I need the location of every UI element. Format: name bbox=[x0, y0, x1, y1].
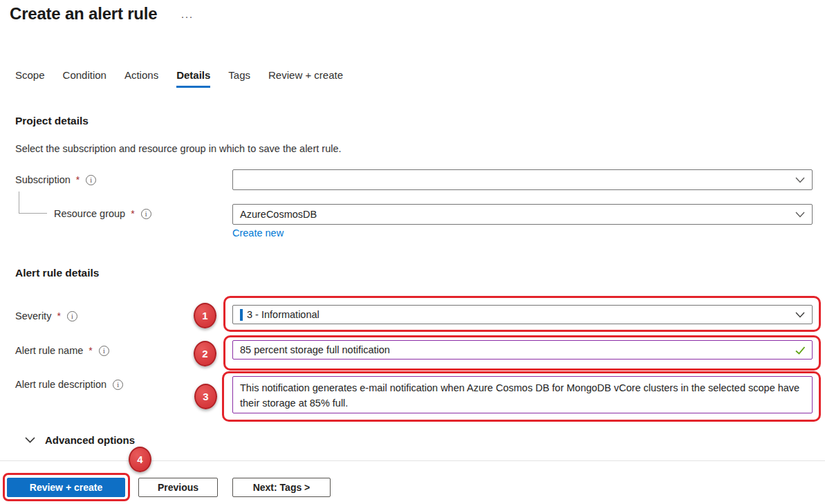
previous-button[interactable]: Previous bbox=[138, 478, 218, 497]
tab-condition[interactable]: Condition bbox=[63, 69, 106, 88]
alert-rule-name-label: Alert rule name * i bbox=[15, 345, 109, 356]
tab-actions[interactable]: Actions bbox=[124, 69, 158, 88]
advanced-options-label: Advanced options bbox=[45, 434, 135, 446]
tab-tags[interactable]: Tags bbox=[228, 69, 250, 88]
tab-scope[interactable]: Scope bbox=[15, 69, 45, 88]
annotation-step-3: 3 bbox=[194, 384, 217, 409]
resource-group-dropdown[interactable]: AzureCosmosDB bbox=[232, 204, 813, 225]
severity-label: Severity * i bbox=[15, 310, 77, 321]
required-asterisk: * bbox=[89, 345, 92, 356]
valid-check-icon bbox=[795, 345, 806, 357]
resource-group-value: AzureCosmosDB bbox=[240, 209, 317, 220]
required-asterisk: * bbox=[57, 310, 60, 321]
alert-rule-name-field bbox=[232, 340, 813, 360]
advanced-options-toggle[interactable]: Advanced options bbox=[25, 433, 135, 446]
create-alert-rule-page: Create an alert rule ··· Scope Condition… bbox=[0, 0, 825, 504]
annotation-step-2: 2 bbox=[194, 341, 216, 366]
page-header: Create an alert rule ··· bbox=[10, 4, 193, 24]
project-details-heading: Project details bbox=[15, 115, 89, 127]
footer-divider bbox=[0, 460, 825, 461]
resource-group-label: Resource group * i bbox=[54, 208, 151, 219]
alert-rule-details-heading: Alert rule details bbox=[15, 267, 99, 279]
project-details-description: Select the subscription and resource gro… bbox=[15, 143, 342, 154]
tab-details[interactable]: Details bbox=[176, 69, 210, 88]
chevron-down-icon bbox=[795, 309, 805, 320]
annotation-step-1: 1 bbox=[194, 303, 216, 328]
next-tags-button[interactable]: Next: Tags > bbox=[232, 478, 331, 497]
severity-dropdown[interactable]: 3 - Informational bbox=[232, 305, 813, 324]
info-icon[interactable]: i bbox=[67, 311, 77, 321]
info-icon[interactable]: i bbox=[141, 209, 151, 219]
review-create-button[interactable]: Review + create bbox=[7, 478, 125, 497]
chevron-down-icon bbox=[795, 209, 805, 220]
required-asterisk: * bbox=[131, 208, 134, 219]
page-title: Create an alert rule bbox=[10, 4, 157, 24]
info-icon[interactable]: i bbox=[99, 346, 109, 356]
connector-line-vertical bbox=[19, 192, 19, 213]
chevron-down-icon bbox=[25, 433, 35, 446]
subscription-dropdown[interactable] bbox=[232, 169, 813, 190]
severity-value: 3 - Informational bbox=[247, 309, 319, 320]
chevron-down-icon bbox=[795, 174, 805, 185]
subscription-label: Subscription * i bbox=[15, 174, 96, 185]
info-icon[interactable]: i bbox=[113, 380, 123, 390]
alert-rule-description-textarea[interactable]: This notification generates e-mail notif… bbox=[232, 376, 813, 413]
wizard-tabs: Scope Condition Actions Details Tags Rev… bbox=[15, 69, 343, 88]
alert-rule-description-label: Alert rule description i bbox=[15, 379, 123, 390]
info-icon[interactable]: i bbox=[86, 175, 96, 185]
connector-line-horizontal bbox=[19, 213, 47, 214]
text-cursor bbox=[240, 309, 243, 321]
annotation-step-4: 4 bbox=[129, 447, 151, 472]
required-asterisk: * bbox=[76, 174, 80, 185]
more-options-icon[interactable]: ··· bbox=[180, 13, 193, 20]
alert-rule-name-input[interactable] bbox=[232, 340, 813, 360]
create-new-link[interactable]: Create new bbox=[232, 227, 284, 239]
tab-review-create[interactable]: Review + create bbox=[268, 69, 343, 88]
